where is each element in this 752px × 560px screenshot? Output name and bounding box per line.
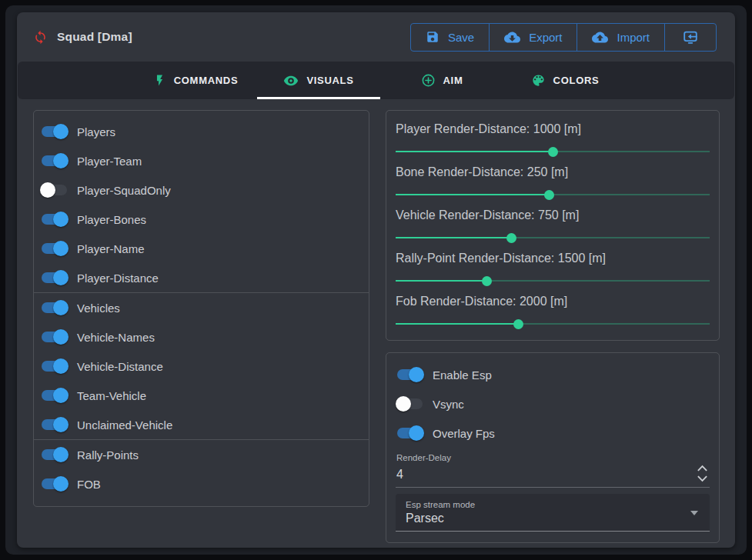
players-label: Players — [77, 125, 115, 138]
chevron-down-icon — [697, 475, 708, 482]
enable-esp-toggle[interactable] — [396, 367, 424, 382]
import-button-label: Import — [617, 31, 650, 44]
render-distance-panel: Player Render-Distance: 1000 [m] Bone Re… — [386, 110, 720, 341]
vsync-label: Vsync — [433, 398, 464, 411]
slider-group-vehicle: Vehicle Render-Distance: 750 [m] — [396, 208, 710, 244]
toggle-row-team-vehicle: Team-Vehicle — [34, 381, 369, 410]
sync-logo-icon — [33, 30, 48, 45]
enable-esp-label: Enable Esp — [433, 368, 492, 382]
player-squadonly-toggle[interactable] — [40, 182, 69, 198]
toggle-row-player-team: Player-Team — [34, 146, 369, 175]
toggle-row-vehicles: Vehicles — [34, 293, 369, 322]
esp-stream-mode-label: Esp stream mode — [406, 500, 710, 509]
vehicle-distance-toggle[interactable] — [40, 358, 69, 374]
chevron-up-icon — [697, 465, 708, 472]
player-name-toggle[interactable] — [40, 241, 69, 256]
slider-group-fob: Fob Render-Distance: 2000 [m] — [396, 295, 710, 330]
rally-point-render-distance-slider[interactable] — [396, 275, 710, 287]
vsync-toggle[interactable] — [396, 396, 424, 412]
header-button-group: Save Export Import — [410, 23, 717, 52]
vehicle-distance-label: Vehicle-Distance — [77, 360, 163, 373]
esp-stream-mode-select[interactable]: Esp stream mode Parsec — [396, 494, 710, 532]
app-title: Squad [Dma] — [57, 30, 132, 44]
content-area: Players Player-Team Player-SquadOnly Pla… — [17, 99, 735, 548]
esp-stream-mode-value: Parsec — [406, 512, 710, 525]
slider-thumb[interactable] — [506, 233, 516, 243]
render-delay-label: Render-Delay — [396, 453, 710, 462]
toggle-row-vehicle-names: Vehicle-Names — [34, 322, 369, 352]
tab-commands-label: COMMANDS — [174, 75, 239, 86]
stepper-down-button[interactable] — [697, 475, 708, 482]
toggle-row-player-bones: Player-Bones — [34, 205, 369, 234]
tab-aim-label: AIM — [443, 75, 463, 86]
vehicle-render-distance-label: Vehicle Render-Distance: 750 [m] — [396, 208, 710, 224]
import-button[interactable]: Import — [577, 24, 664, 51]
player-bones-label: Player-Bones — [77, 213, 146, 226]
stepper-up-button[interactable] — [697, 465, 708, 472]
tab-aim[interactable]: AIM — [380, 62, 503, 99]
tab-colors[interactable]: COLORS — [503, 62, 627, 99]
rally-point-render-distance-label: Rally-Point Render-Distance: 1500 [m] — [396, 252, 710, 267]
vehicle-names-label: Vehicle-Names — [77, 331, 155, 344]
save-button[interactable]: Save — [411, 24, 489, 51]
toggle-row-fob: FOB — [34, 469, 369, 498]
esp-toggle-list-panel: Players Player-Team Player-SquadOnly Pla… — [33, 110, 369, 507]
toggle-row-vehicle-distance: Vehicle-Distance — [34, 352, 369, 381]
overlay-fps-label: Overlay Fps — [433, 427, 495, 440]
bolt-icon — [153, 74, 166, 87]
tab-commands[interactable]: COMMANDS — [134, 62, 257, 99]
render-delay-value[interactable]: 4 — [396, 464, 710, 482]
rally-points-label: Rally-Points — [77, 448, 139, 462]
player-squadonly-label: Player-SquadOnly — [77, 184, 171, 197]
toggle-row-players: Players — [34, 117, 369, 146]
render-delay-field[interactable]: 4 — [396, 464, 710, 488]
overlay-fps-toggle[interactable] — [396, 425, 424, 441]
render-delay-stepper — [697, 465, 708, 482]
slider-group-rally-point: Rally-Point Render-Distance: 1500 [m] — [396, 252, 710, 287]
cloud-upload-icon — [592, 29, 608, 45]
slider-thumb[interactable] — [482, 276, 492, 286]
players-toggle[interactable] — [40, 124, 69, 139]
tab-visuals-label: VISUALS — [306, 75, 353, 86]
player-distance-label: Player-Distance — [77, 272, 159, 285]
bone-render-distance-slider[interactable] — [396, 189, 710, 201]
slider-thumb[interactable] — [544, 190, 554, 200]
fob-label: FOB — [77, 478, 101, 491]
unclaimed-vehicle-toggle[interactable] — [40, 417, 69, 432]
unclaimed-vehicle-label: Unclaimed-Vehicle — [77, 418, 172, 432]
screen-input-button[interactable] — [664, 24, 716, 51]
rally-points-toggle[interactable] — [40, 447, 69, 462]
toggle-row-player-distance: Player-Distance — [34, 263, 369, 292]
fob-render-distance-slider[interactable] — [396, 318, 710, 330]
team-vehicle-toggle[interactable] — [40, 388, 69, 403]
tab-colors-label: COLORS — [553, 75, 600, 86]
fob-toggle[interactable] — [40, 476, 69, 492]
toggle-row-overlay-fps: Overlay Fps — [396, 418, 710, 448]
export-button[interactable]: Export — [489, 24, 577, 51]
toggle-row-player-name: Player-Name — [34, 234, 369, 263]
player-team-toggle[interactable] — [40, 153, 69, 168]
save-button-label: Save — [448, 31, 474, 44]
toggle-row-vsync: Vsync — [396, 389, 710, 418]
toggle-row-enable-esp: Enable Esp — [396, 360, 710, 389]
slider-thumb[interactable] — [513, 319, 523, 329]
palette-icon — [531, 73, 546, 88]
esp-settings-panel: Enable Esp Vsync Overlay Fps Render-Dela… — [386, 352, 720, 543]
vehicles-toggle[interactable] — [40, 300, 69, 315]
player-bones-toggle[interactable] — [40, 212, 69, 227]
player-name-label: Player-Name — [77, 242, 145, 255]
screen-input-icon — [682, 28, 699, 45]
vehicle-names-toggle[interactable] — [40, 329, 69, 345]
tab-bar: COMMANDS VISUALS AIM COLORS — [18, 62, 734, 99]
player-render-distance-slider[interactable] — [396, 146, 710, 158]
player-distance-toggle[interactable] — [40, 270, 69, 285]
tab-visuals[interactable]: VISUALS — [257, 62, 380, 99]
main-card: Squad [Dma] Save Export — [17, 12, 735, 548]
slider-group-player: Player Render-Distance: 1000 [m] — [396, 122, 710, 158]
slider-thumb[interactable] — [548, 147, 558, 157]
bone-render-distance-label: Bone Render-Distance: 250 [m] — [396, 165, 710, 181]
player-team-label: Player-Team — [77, 155, 142, 168]
eye-icon — [283, 73, 299, 88]
toggle-row-rally-points: Rally-Points — [34, 440, 369, 469]
vehicle-render-distance-slider[interactable] — [396, 232, 710, 244]
